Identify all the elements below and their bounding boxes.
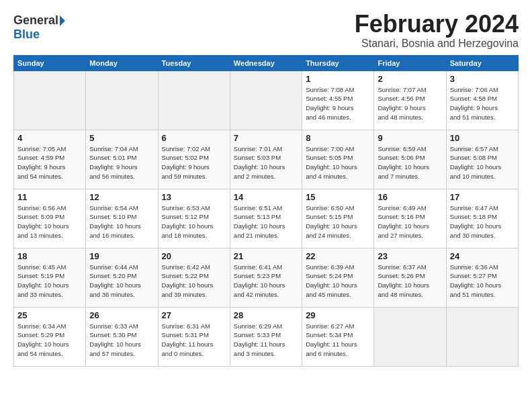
calendar-cell: 24Sunrise: 6:36 AM Sunset: 5:27 PM Dayli… <box>446 248 518 307</box>
day-number: 2 <box>378 74 442 84</box>
day-info: Sunrise: 6:54 AM Sunset: 5:10 PM Dayligh… <box>89 203 154 240</box>
calendar-cell: 26Sunrise: 6:33 AM Sunset: 5:30 PM Dayli… <box>86 307 158 366</box>
day-info: Sunrise: 7:02 AM Sunset: 5:02 PM Dayligh… <box>162 144 226 181</box>
day-info: Sunrise: 6:45 AM Sunset: 5:19 PM Dayligh… <box>17 263 82 300</box>
day-number: 28 <box>234 310 298 320</box>
day-number: 12 <box>89 192 154 202</box>
calendar-cell: 22Sunrise: 6:39 AM Sunset: 5:24 PM Dayli… <box>302 248 374 307</box>
calendar-body: 1Sunrise: 7:08 AM Sunset: 4:55 PM Daylig… <box>14 71 519 366</box>
calendar-cell <box>14 71 86 130</box>
calendar-cell: 28Sunrise: 6:29 AM Sunset: 5:33 PM Dayli… <box>230 307 302 366</box>
day-info: Sunrise: 7:06 AM Sunset: 4:58 PM Dayligh… <box>450 85 515 122</box>
calendar-cell: 21Sunrise: 6:41 AM Sunset: 5:23 PM Dayli… <box>230 248 302 307</box>
calendar-cell <box>374 307 446 366</box>
day-info: Sunrise: 7:07 AM Sunset: 4:56 PM Dayligh… <box>378 85 442 122</box>
weekday-header-thursday: Thursday <box>302 55 374 71</box>
day-info: Sunrise: 6:57 AM Sunset: 5:08 PM Dayligh… <box>450 144 515 181</box>
calendar-cell: 5Sunrise: 7:04 AM Sunset: 5:01 PM Daylig… <box>86 130 158 189</box>
weekday-header-friday: Friday <box>374 55 446 71</box>
day-number: 1 <box>306 74 370 84</box>
calendar-cell <box>86 71 158 130</box>
day-info: Sunrise: 6:33 AM Sunset: 5:30 PM Dayligh… <box>89 322 154 359</box>
day-info: Sunrise: 6:34 AM Sunset: 5:29 PM Dayligh… <box>17 322 82 359</box>
calendar-cell: 13Sunrise: 6:53 AM Sunset: 5:12 PM Dayli… <box>158 189 230 248</box>
day-info: Sunrise: 6:51 AM Sunset: 5:13 PM Dayligh… <box>234 203 298 240</box>
day-info: Sunrise: 7:01 AM Sunset: 5:03 PM Dayligh… <box>234 144 298 181</box>
day-info: Sunrise: 6:49 AM Sunset: 5:16 PM Dayligh… <box>378 203 442 240</box>
calendar-cell <box>158 71 230 130</box>
day-number: 20 <box>162 251 226 261</box>
day-info: Sunrise: 6:53 AM Sunset: 5:12 PM Dayligh… <box>162 203 226 240</box>
weekday-header-saturday: Saturday <box>446 55 518 71</box>
day-number: 5 <box>89 133 154 143</box>
calendar-cell: 15Sunrise: 6:50 AM Sunset: 5:15 PM Dayli… <box>302 189 374 248</box>
weekday-header-wednesday: Wednesday <box>230 55 302 71</box>
day-number: 8 <box>306 133 370 143</box>
day-info: Sunrise: 6:50 AM Sunset: 5:15 PM Dayligh… <box>306 203 370 240</box>
location: Stanari, Bosnia and Herzegovina <box>13 38 519 50</box>
day-info: Sunrise: 6:47 AM Sunset: 5:18 PM Dayligh… <box>450 203 515 240</box>
weekday-header-monday: Monday <box>86 55 158 71</box>
day-number: 14 <box>234 192 298 202</box>
day-info: Sunrise: 7:04 AM Sunset: 5:01 PM Dayligh… <box>89 144 154 181</box>
day-info: Sunrise: 7:05 AM Sunset: 4:59 PM Dayligh… <box>17 144 82 181</box>
day-number: 9 <box>378 133 442 143</box>
calendar-table: SundayMondayTuesdayWednesdayThursdayFrid… <box>13 55 519 367</box>
day-info: Sunrise: 6:36 AM Sunset: 5:27 PM Dayligh… <box>450 263 515 300</box>
calendar-cell: 3Sunrise: 7:06 AM Sunset: 4:58 PM Daylig… <box>446 71 518 130</box>
calendar-cell: 10Sunrise: 6:57 AM Sunset: 5:08 PM Dayli… <box>446 130 518 189</box>
calendar-cell: 4Sunrise: 7:05 AM Sunset: 4:59 PM Daylig… <box>14 130 86 189</box>
day-number: 19 <box>89 251 154 261</box>
weekday-header-tuesday: Tuesday <box>158 55 230 71</box>
weekday-row: SundayMondayTuesdayWednesdayThursdayFrid… <box>14 55 519 71</box>
calendar-cell: 20Sunrise: 6:42 AM Sunset: 5:22 PM Dayli… <box>158 248 230 307</box>
month-title: February 2024 <box>13 11 519 38</box>
day-number: 21 <box>234 251 298 261</box>
day-info: Sunrise: 6:56 AM Sunset: 5:09 PM Dayligh… <box>17 203 82 240</box>
calendar-week-4: 25Sunrise: 6:34 AM Sunset: 5:29 PM Dayli… <box>14 307 519 366</box>
day-number: 29 <box>306 310 370 320</box>
calendar-cell: 27Sunrise: 6:31 AM Sunset: 5:31 PM Dayli… <box>158 307 230 366</box>
calendar-cell: 1Sunrise: 7:08 AM Sunset: 4:55 PM Daylig… <box>302 71 374 130</box>
calendar-week-0: 1Sunrise: 7:08 AM Sunset: 4:55 PM Daylig… <box>14 71 519 130</box>
day-info: Sunrise: 6:39 AM Sunset: 5:24 PM Dayligh… <box>306 263 370 300</box>
header-right: February 2024 Stanari, Bosnia and Herzeg… <box>13 11 519 50</box>
logo: General Blue <box>13 13 72 42</box>
day-number: 23 <box>378 251 442 261</box>
calendar-cell: 14Sunrise: 6:51 AM Sunset: 5:13 PM Dayli… <box>230 189 302 248</box>
day-number: 16 <box>378 192 442 202</box>
page-header: General Blue February 2024 Stanari, Bosn… <box>13 11 519 55</box>
day-info: Sunrise: 6:59 AM Sunset: 5:06 PM Dayligh… <box>378 144 442 181</box>
day-number: 17 <box>450 192 515 202</box>
day-number: 27 <box>162 310 226 320</box>
day-info: Sunrise: 6:29 AM Sunset: 5:33 PM Dayligh… <box>234 322 298 359</box>
calendar-cell <box>230 71 302 130</box>
day-number: 26 <box>89 310 154 320</box>
calendar-cell: 16Sunrise: 6:49 AM Sunset: 5:16 PM Dayli… <box>374 189 446 248</box>
calendar-week-1: 4Sunrise: 7:05 AM Sunset: 4:59 PM Daylig… <box>14 130 519 189</box>
day-info: Sunrise: 6:27 AM Sunset: 5:34 PM Dayligh… <box>306 322 370 359</box>
day-info: Sunrise: 6:31 AM Sunset: 5:31 PM Dayligh… <box>162 322 226 359</box>
day-number: 25 <box>17 310 82 320</box>
logo-general: General <box>13 13 58 27</box>
calendar-cell: 2Sunrise: 7:07 AM Sunset: 4:56 PM Daylig… <box>374 71 446 130</box>
calendar-cell: 17Sunrise: 6:47 AM Sunset: 5:18 PM Dayli… <box>446 189 518 248</box>
calendar-cell: 18Sunrise: 6:45 AM Sunset: 5:19 PM Dayli… <box>14 248 86 307</box>
calendar-cell: 7Sunrise: 7:01 AM Sunset: 5:03 PM Daylig… <box>230 130 302 189</box>
calendar-week-3: 18Sunrise: 6:45 AM Sunset: 5:19 PM Dayli… <box>14 248 519 307</box>
calendar-cell: 29Sunrise: 6:27 AM Sunset: 5:34 PM Dayli… <box>302 307 374 366</box>
day-number: 4 <box>17 133 82 143</box>
day-info: Sunrise: 6:41 AM Sunset: 5:23 PM Dayligh… <box>234 263 298 300</box>
calendar-cell: 8Sunrise: 7:00 AM Sunset: 5:05 PM Daylig… <box>302 130 374 189</box>
day-number: 13 <box>162 192 226 202</box>
day-number: 7 <box>234 133 298 143</box>
calendar-cell: 11Sunrise: 6:56 AM Sunset: 5:09 PM Dayli… <box>14 189 86 248</box>
day-number: 24 <box>450 251 515 261</box>
day-number: 6 <box>162 133 226 143</box>
day-number: 10 <box>450 133 515 143</box>
calendar-cell: 6Sunrise: 7:02 AM Sunset: 5:02 PM Daylig… <box>158 130 230 189</box>
calendar-cell: 23Sunrise: 6:37 AM Sunset: 5:26 PM Dayli… <box>374 248 446 307</box>
calendar-cell: 12Sunrise: 6:54 AM Sunset: 5:10 PM Dayli… <box>86 189 158 248</box>
calendar-week-2: 11Sunrise: 6:56 AM Sunset: 5:09 PM Dayli… <box>14 189 519 248</box>
logo-icon <box>60 15 72 26</box>
